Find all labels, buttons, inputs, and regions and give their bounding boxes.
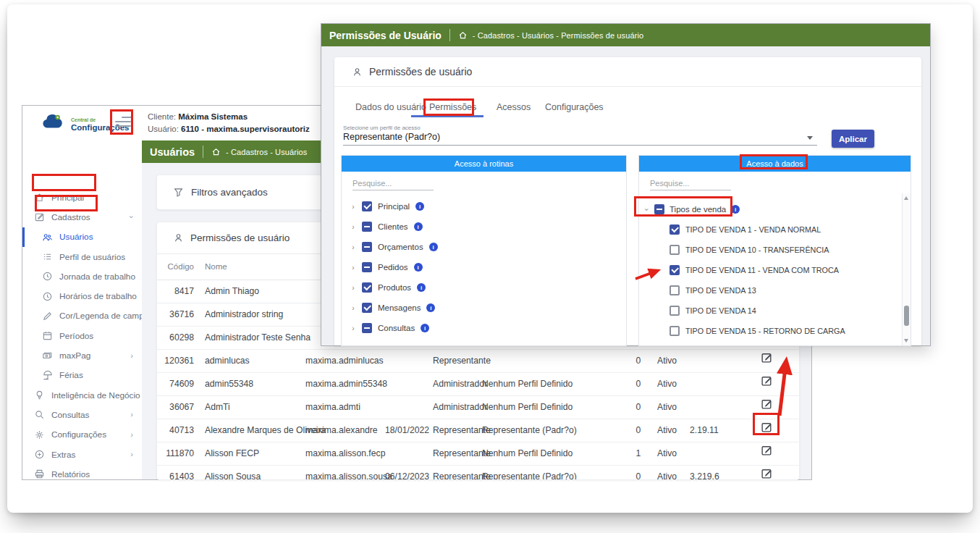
user-code: 120361 xyxy=(162,350,194,372)
edit-user-button[interactable] xyxy=(761,373,773,385)
user-name: admin55348 xyxy=(205,373,253,395)
menu-toggle-button[interactable] xyxy=(115,116,132,130)
scroll-down-arrow-icon[interactable] xyxy=(904,339,908,343)
tree-node-tipos-de-venda[interactable]: ›Tipos de vendai xyxy=(639,199,911,219)
checkbox-unchecked[interactable] xyxy=(669,245,680,255)
checkbox-checked[interactable] xyxy=(669,265,680,275)
profile-select-underline xyxy=(343,145,817,146)
tree-node-consultas[interactable]: ›Consultasi xyxy=(342,318,626,338)
tab-configuracoes[interactable]: Configurações xyxy=(545,102,604,112)
sidebar-item-principal[interactable]: Principal xyxy=(22,188,142,207)
info-icon[interactable]: i xyxy=(731,205,740,214)
edit-user-button[interactable] xyxy=(761,350,773,362)
user-code: 61403 xyxy=(162,466,194,480)
sidebar-item-label: Principal xyxy=(51,193,84,203)
checkbox-indeterminate[interactable] xyxy=(362,242,372,252)
sidebar-item-configuracoes[interactable]: Configurações› xyxy=(22,425,142,445)
table-row: 74609admin55348maxima.admin55348Administ… xyxy=(157,373,799,396)
tree-node-produtos[interactable]: ›Produtosi xyxy=(342,277,626,298)
edit-user-button[interactable] xyxy=(761,396,773,408)
data-panel-header: Acesso à dados xyxy=(639,156,911,172)
profile-select[interactable]: Representante (Padr?o) xyxy=(343,132,440,142)
sidebar-item-relatorios[interactable]: Relatórios xyxy=(22,464,142,484)
column-header-codigo[interactable]: Código xyxy=(162,254,194,280)
routines-search-input[interactable]: Pesquise... xyxy=(352,179,434,190)
info-icon[interactable]: i xyxy=(429,243,438,251)
hamburger-icon xyxy=(115,117,132,127)
tab-dados-do-usuario[interactable]: Dados do usuário xyxy=(355,102,426,112)
scrollbar[interactable] xyxy=(902,193,911,345)
checkbox-checked[interactable] xyxy=(669,224,680,235)
checkbox-indeterminate[interactable] xyxy=(654,204,664,214)
apply-button[interactable]: Aplicar xyxy=(832,130,874,148)
tree-node-tipo-de-venda-11-venda-com-troca[interactable]: TIPO DE VENDA 11 - VENDA COM TROCA xyxy=(639,260,911,280)
tree-node-clientes[interactable]: ›Clientesi xyxy=(342,217,626,237)
client-label: Cliente: xyxy=(148,112,176,121)
column-header-nome[interactable]: Nome xyxy=(205,254,227,280)
edit-user-button[interactable] xyxy=(761,466,773,478)
checkbox-unchecked[interactable] xyxy=(669,285,680,295)
checkbox-indeterminate[interactable] xyxy=(362,262,372,272)
chevron-right-icon[interactable]: › xyxy=(350,284,356,292)
data-search-input[interactable]: Pesquise... xyxy=(650,179,731,190)
info-icon[interactable]: i xyxy=(417,283,426,292)
checkbox-checked[interactable] xyxy=(362,303,372,313)
sidebar-item-extras[interactable]: Extras› xyxy=(22,445,142,464)
data-tree: ›Tipos de vendaiTIPO DE VENDA 1 - VENDA … xyxy=(639,199,911,341)
sidebar-item-cor-legenda-de-campos[interactable]: Cor/Legenda de campos xyxy=(22,306,142,326)
scrollbar-thumb[interactable] xyxy=(904,306,909,326)
sidebar-item-ferias[interactable]: Férias xyxy=(22,366,142,385)
sidebar-item-periodos[interactable]: Períodos xyxy=(22,326,142,345)
info-icon[interactable]: i xyxy=(421,324,429,332)
user-date: 18/01/2022 xyxy=(385,419,425,442)
info-icon[interactable]: i xyxy=(414,222,423,231)
home-icon[interactable] xyxy=(211,147,221,156)
user-count: 0 xyxy=(633,373,644,395)
info-icon[interactable]: i xyxy=(415,202,424,211)
sidebar-item-consultas[interactable]: Consultas› xyxy=(22,405,142,424)
chevron-right-icon[interactable]: › xyxy=(350,264,356,272)
info-icon[interactable]: i xyxy=(414,263,423,272)
tree-node-orcamentos[interactable]: ›Orçamentosi xyxy=(342,237,626,257)
checkbox-checked[interactable] xyxy=(362,201,372,211)
checkbox-indeterminate[interactable] xyxy=(362,222,372,232)
user-code: 8417 xyxy=(162,280,194,303)
chevron-right-icon[interactable]: › xyxy=(350,324,356,332)
sidebar-item-horarios-de-trabalho[interactable]: Horários de trabalho xyxy=(22,286,142,306)
chevron-down-icon[interactable]: › xyxy=(643,206,651,212)
tree-node-principal[interactable]: ›Principali xyxy=(342,196,626,217)
tree-node-tipo-de-venda-15-retorno-de-carga[interactable]: TIPO DE VENDA 15 - RETORNO DE CARGA xyxy=(639,321,911,341)
tree-node-tipo-de-venda-14[interactable]: TIPO DE VENDA 14 xyxy=(639,301,911,321)
user-login: maxima.adminlucas xyxy=(305,350,384,372)
edit-user-button-annotated[interactable] xyxy=(761,419,773,432)
table-row: 40713Alexandre Marques de Oliveiramaxima… xyxy=(157,419,799,442)
tree-node-pedidos[interactable]: ›Pedidosi xyxy=(342,257,626,277)
tab-permissoes[interactable]: Permissões xyxy=(429,102,476,112)
sidebar-item-cadastros[interactable]: Cadastros› xyxy=(22,207,142,227)
chevron-right-icon[interactable]: › xyxy=(350,223,356,231)
info-icon[interactable]: i xyxy=(426,303,435,312)
tree-node-tipo-de-venda-1-venda-normal[interactable]: TIPO DE VENDA 1 - VENDA NORMAL xyxy=(639,219,911,240)
tree-node-tipo-de-venda-10-transferencia[interactable]: TIPO DE VENDA 10 - TRANSFERÊNCIA xyxy=(639,240,911,260)
tree-node-mensagens[interactable]: ›Mensagensi xyxy=(342,298,626,318)
tree-node-label: Mensagens xyxy=(378,303,421,312)
home-icon[interactable] xyxy=(458,30,468,40)
sidebar-item-inteligencia-de-negocio[interactable]: Inteligência de Negócio› xyxy=(22,385,142,405)
sidebar-item-usuarios[interactable]: Usuários xyxy=(22,227,142,247)
chevron-right-icon[interactable]: › xyxy=(350,203,356,211)
chevron-right-icon[interactable]: › xyxy=(350,304,356,312)
checkbox-unchecked[interactable] xyxy=(669,306,680,316)
sidebar-item-maxpag[interactable]: maxPag› xyxy=(22,345,142,365)
checkbox-unchecked[interactable] xyxy=(669,326,680,336)
tab-acessos[interactable]: Acessos xyxy=(497,102,531,112)
edit-user-button[interactable] xyxy=(761,442,773,455)
chevron-down-icon[interactable] xyxy=(807,136,813,140)
tree-node-tipo-de-venda-13[interactable]: TIPO DE VENDA 13 xyxy=(639,280,911,301)
user-name: Administrador string xyxy=(205,303,283,326)
chevron-right-icon[interactable]: › xyxy=(350,243,356,251)
sidebar-item-perfil-de-usuarios[interactable]: Perfil de usuários xyxy=(22,247,142,266)
sidebar-item-jornada-de-trabalho[interactable]: Jornada de trabalho xyxy=(22,266,142,286)
checkbox-checked[interactable] xyxy=(362,282,372,293)
scroll-up-arrow-icon[interactable] xyxy=(904,196,908,200)
checkbox-indeterminate[interactable] xyxy=(362,323,372,333)
